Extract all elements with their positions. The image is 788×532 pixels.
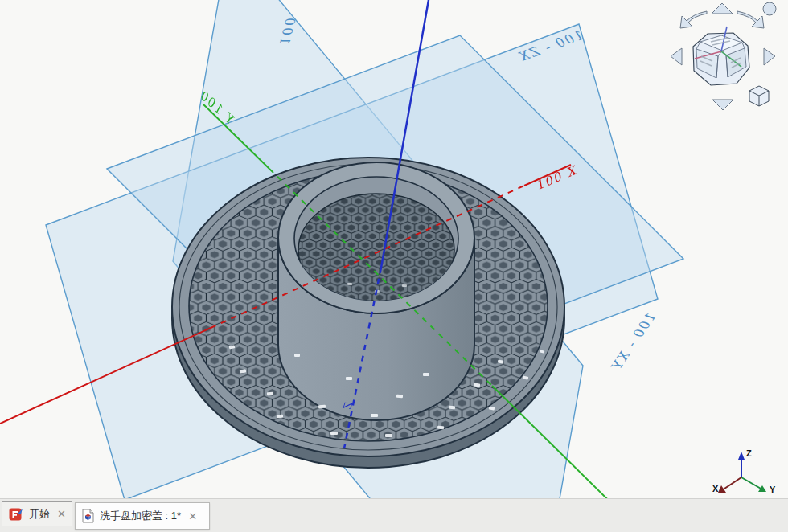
triad-x-label: X [712, 484, 719, 493]
viewcube-home-button[interactable] [763, 2, 776, 15]
app-logo-icon [9, 507, 23, 522]
cad-application-window: 100 - ZX 100 - XY 100 [0, 0, 788, 532]
tab-start-label: 开始 [29, 507, 50, 522]
tab-start-close-icon[interactable]: ✕ [57, 508, 66, 520]
model-viewport[interactable]: 100 - ZX 100 - XY 100 [0, 0, 788, 500]
part-model[interactable] [172, 158, 564, 468]
tab-document-label: 洗手盘加密盖 : 1* [100, 509, 181, 523]
viewcube-iso-button[interactable] [749, 86, 769, 106]
triad-y-label: Y [770, 485, 776, 494]
triad-z-label: Z [746, 448, 752, 458]
document-icon [82, 509, 94, 523]
tab-document[interactable]: 洗手盘加密盖 : 1* ✕ [75, 502, 210, 530]
tab-document-close-icon[interactable]: ✕ [188, 510, 197, 522]
document-tabbar: 开始 ✕ 洗手盘加密盖 : 1* ✕ [0, 498, 788, 532]
tab-start[interactable]: 开始 ✕ [2, 501, 72, 526]
